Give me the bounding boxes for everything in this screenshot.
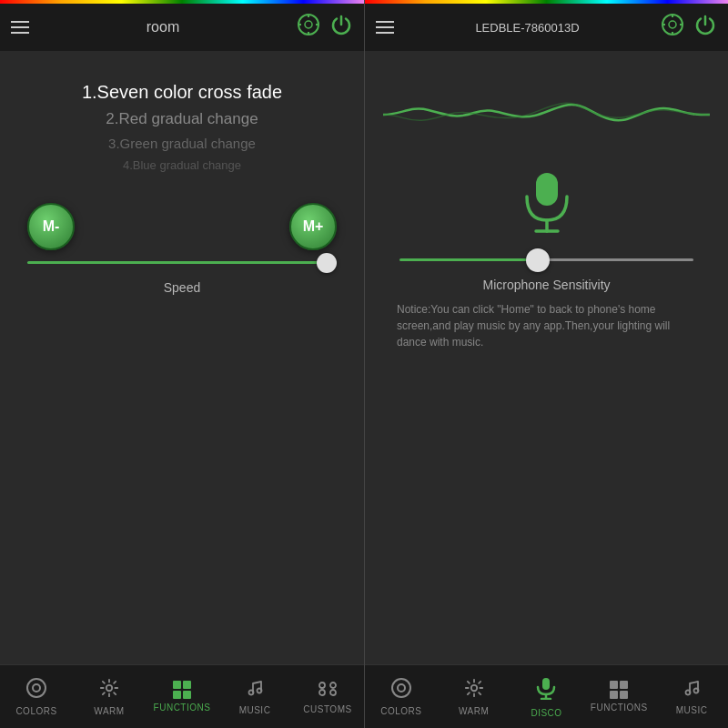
nav-colors-right[interactable]: COLORS: [365, 665, 438, 728]
device-title: LEDBLE-7860013D: [403, 21, 652, 35]
speed-label: Speed: [164, 280, 200, 295]
customs-icon-left: [318, 680, 338, 701]
nav-disco-label-right: DISCO: [531, 708, 561, 718]
svg-point-31: [694, 688, 699, 693]
mode-item-2[interactable]: 2.Red gradual change: [18, 106, 346, 132]
svg-point-0: [298, 15, 318, 35]
room-title: room: [38, 19, 288, 35]
svg-point-6: [27, 679, 46, 697]
nav-music-label-left: MUSIC: [239, 705, 271, 715]
right-content: Microphone Sensitivity Notice:You can cl…: [365, 51, 728, 664]
mode-item-1[interactable]: 1.Seven color cross fade: [18, 78, 346, 106]
menu-icon-right[interactable]: [376, 21, 394, 34]
svg-point-25: [398, 684, 405, 692]
svg-point-14: [330, 690, 336, 695]
functions-icon-right: [610, 681, 628, 699]
colors-icon-right: [391, 678, 411, 703]
nav-colors-label-left: COLORS: [15, 706, 56, 716]
svg-point-24: [392, 679, 410, 697]
header-left: room: [0, 4, 364, 51]
warm-icon-right: [464, 678, 484, 703]
svg-point-16: [669, 21, 676, 28]
svg-point-9: [249, 690, 254, 694]
nav-functions-left[interactable]: FUNCTIONS: [146, 665, 218, 728]
speed-slider[interactable]: [18, 261, 346, 264]
nav-colors-left[interactable]: COLORS: [0, 665, 73, 728]
nav-music-label-right: MUSIC: [676, 705, 708, 715]
disco-icon-right: [536, 676, 556, 704]
mode-item-4[interactable]: 4.Blue gradual change: [18, 155, 346, 176]
colors-icon-left: [26, 678, 46, 703]
speed-slider-track: [27, 261, 337, 264]
nav-customs-label-left: CUSTOMS: [303, 704, 351, 714]
m-buttons: M- M+: [18, 203, 346, 250]
nav-music-right[interactable]: MUSIC: [655, 665, 728, 728]
mic-sensitivity-slider[interactable]: [399, 258, 693, 261]
svg-rect-27: [542, 678, 550, 690]
functions-icon-left: [173, 681, 191, 699]
waveform-area: [383, 69, 710, 160]
svg-point-26: [470, 684, 476, 690]
bottom-nav-right: COLORS WARM DISCO: [365, 664, 728, 728]
svg-point-15: [662, 15, 682, 35]
music-icon-left: [246, 679, 264, 702]
mic-slider-thumb[interactable]: [526, 248, 550, 272]
mic-container: [518, 169, 576, 244]
speed-slider-thumb[interactable]: [317, 253, 337, 273]
nav-warm-label-right: WARM: [459, 706, 489, 716]
nav-functions-label-right: FUNCTIONS: [591, 703, 648, 713]
m-minus-button[interactable]: M-: [27, 203, 75, 250]
mode-list: 1.Seven color cross fade 2.Red gradual c…: [18, 69, 346, 185]
schedule-icon-left[interactable]: [297, 13, 320, 42]
nav-warm-label-left: WARM: [94, 706, 124, 716]
svg-point-12: [330, 682, 336, 688]
right-panel: LEDBLE-7860013D: [364, 0, 728, 728]
menu-icon-left[interactable]: [11, 21, 29, 34]
nav-disco-right[interactable]: DISCO: [511, 665, 583, 728]
svg-point-8: [106, 684, 112, 690]
mic-icon: [518, 169, 576, 244]
svg-point-10: [258, 688, 262, 693]
svg-point-7: [33, 684, 40, 692]
left-content: 1.Seven color cross fade 2.Red gradual c…: [0, 51, 364, 664]
nav-music-left[interactable]: MUSIC: [218, 665, 291, 728]
waveform-svg: [383, 87, 710, 142]
nav-customs-left[interactable]: CUSTOMS: [291, 665, 364, 728]
nav-functions-label-left: FUNCTIONS: [154, 703, 211, 713]
svg-rect-21: [536, 173, 558, 206]
power-icon-right[interactable]: [693, 13, 717, 42]
notice-text: Notice:You can click "Home" to back to p…: [383, 292, 710, 359]
left-panel: room 1.Seven color cross fade 2.Red grad…: [0, 0, 364, 728]
bottom-nav-left: COLORS WARM FUNCTIONS: [0, 664, 364, 728]
music-icon-right: [682, 679, 701, 702]
svg-point-11: [319, 682, 325, 688]
nav-warm-left[interactable]: WARM: [73, 665, 146, 728]
warm-icon-left: [99, 678, 119, 703]
mic-sensitivity-label: Microphone Sensitivity: [482, 278, 610, 292]
nav-colors-label-right: COLORS: [380, 706, 421, 716]
svg-point-30: [686, 690, 691, 694]
mic-slider-track: [399, 258, 693, 261]
power-icon-left[interactable]: [329, 13, 353, 42]
svg-point-1: [305, 21, 312, 28]
schedule-icon-right[interactable]: [661, 13, 684, 42]
nav-warm-right[interactable]: WARM: [438, 665, 511, 728]
mode-item-3[interactable]: 3.Green gradual change: [18, 132, 346, 155]
svg-point-13: [319, 690, 325, 695]
m-plus-button[interactable]: M+: [289, 203, 337, 250]
nav-functions-right[interactable]: FUNCTIONS: [582, 665, 655, 728]
header-right: LEDBLE-7860013D: [365, 4, 728, 51]
